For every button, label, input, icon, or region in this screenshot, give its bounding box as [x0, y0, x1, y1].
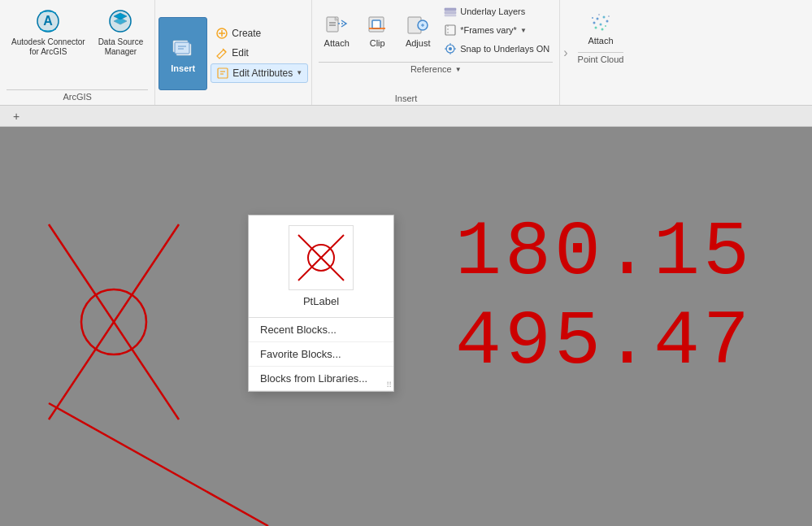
svg-rect-14 — [218, 68, 228, 78]
attach-button[interactable]: Attach — [319, 9, 354, 51]
recent-blocks-item[interactable]: Recent Blocks... — [249, 318, 393, 342]
create-button[interactable]: Create — [211, 24, 308, 42]
clip-label: Clip — [370, 38, 385, 48]
svg-text:180.15: 180.15 — [455, 209, 753, 297]
adjust-label: Adjust — [406, 38, 431, 48]
insert-big-button[interactable]: Insert — [158, 17, 207, 90]
svg-point-47 — [598, 14, 600, 15]
reference-label-text: Reference — [410, 64, 452, 74]
edit-attributes-chevron-icon: ▼ — [296, 69, 302, 76]
snap-underlays-button[interactable]: Snap to Underlays ON — [441, 41, 553, 57]
svg-point-43 — [595, 27, 597, 29]
edit-attributes-icon — [216, 67, 229, 80]
insert-dropdown-menu: PtLabel Recent Blocks... Favorite Blocks… — [248, 215, 394, 392]
tab-bar: + — [0, 106, 812, 127]
arcgis-buttons-row: A Autodesk Connectorfor ArcGIS Data Sour… — [7, 3, 148, 60]
insert-sub-buttons: Create Edit Edit Attributes ▼ — [211, 24, 308, 83]
svg-rect-29 — [445, 15, 456, 16]
svg-point-40 — [600, 24, 602, 26]
reference-section: Attach Clip Adjust — [312, 0, 560, 105]
svg-point-38 — [593, 22, 596, 24]
insert-section: Insert Create Edit — [155, 0, 312, 105]
clip-button[interactable]: Clip — [359, 9, 395, 51]
edit-icon — [215, 46, 228, 59]
underlay-layers-label: Underlay Layers — [460, 7, 525, 16]
dropdown-preview-area: PtLabel — [249, 215, 393, 318]
pointcloud-section-label: Point Cloud — [578, 52, 624, 66]
edit-button[interactable]: Edit — [211, 44, 308, 62]
drawing-layer: N: 180.15 E: 495.47 — [0, 127, 812, 526]
edit-attributes-label: Edit Attributes — [232, 67, 293, 79]
blocks-from-libraries-item[interactable]: Blocks from Libraries... — [249, 367, 393, 391]
data-source-manager-label: Data SourceManager — [98, 37, 144, 57]
expand-icon: › — [563, 46, 567, 60]
autodesk-connector-button[interactable]: A Autodesk Connectorfor ArcGIS — [7, 3, 90, 60]
snap-underlays-label: Snap to Underlays ON — [460, 44, 549, 54]
svg-rect-27 — [445, 8, 456, 11]
svg-point-46 — [605, 25, 606, 27]
reference-top-row: Attach Clip Adjust — [319, 3, 553, 57]
svg-point-45 — [592, 17, 593, 19]
ribbon: A Autodesk Connectorfor ArcGIS Data Sour… — [0, 0, 812, 106]
svg-point-48 — [608, 15, 610, 17]
data-source-manager-button[interactable]: Data SourceManager — [93, 3, 149, 60]
create-label: Create — [232, 28, 261, 39]
attach-icon — [323, 12, 350, 38]
adjust-icon — [405, 12, 431, 38]
insert-icon — [170, 34, 196, 60]
clip-icon — [364, 12, 390, 38]
preview-label: PtLabel — [303, 295, 339, 307]
attach-pointcloud-label: Attach — [588, 36, 613, 46]
adjust-button[interactable]: Adjust — [400, 9, 436, 51]
frames-vary-chevron-icon: ▼ — [520, 27, 527, 34]
svg-point-42 — [606, 20, 609, 23]
frames-vary-button[interactable]: *Frames vary* ▼ — [441, 22, 553, 38]
svg-point-33 — [449, 47, 452, 50]
attach-label: Attach — [324, 38, 350, 48]
autodesk-connector-label: Autodesk Connectorfor ArcGIS — [11, 37, 85, 57]
svg-point-41 — [603, 16, 606, 19]
frames-vary-icon — [444, 24, 457, 37]
underlay-layers-button[interactable]: Underlay Layers — [441, 3, 553, 20]
reference-section-label: Reference ▼ — [319, 62, 553, 76]
svg-text:A: A — [44, 14, 54, 28]
attach-pointcloud-button[interactable]: Attach — [581, 3, 620, 49]
section-expand: › — [560, 0, 571, 105]
svg-text:495.47: 495.47 — [455, 298, 753, 386]
reference-section-chevron-icon: ▼ — [455, 66, 462, 73]
reference-right-buttons: Underlay Layers *Frames vary* ▼ — [441, 3, 553, 57]
svg-rect-7 — [175, 42, 189, 54]
autodesk-connector-icon: A — [33, 7, 63, 36]
frames-vary-label: *Frames vary* — [460, 25, 517, 35]
block-preview — [289, 225, 354, 290]
block-preview-image — [292, 228, 350, 287]
svg-point-44 — [601, 28, 604, 31]
insert-button-label: Insert — [171, 63, 195, 73]
pointcloud-icon — [586, 7, 615, 36]
add-tab-button[interactable]: + — [7, 108, 26, 124]
pointcloud-section: Attach Point Cloud — [571, 0, 631, 105]
favorite-blocks-item[interactable]: Favorite Blocks... — [249, 342, 393, 367]
create-icon — [215, 27, 228, 40]
svg-rect-28 — [445, 11, 456, 14]
edit-attributes-button[interactable]: Edit Attributes ▼ — [211, 63, 308, 83]
edit-label: Edit — [232, 47, 249, 59]
insert-section-label: Insert — [0, 93, 812, 103]
resize-handle-icon: ⠿ — [386, 380, 392, 389]
svg-rect-21 — [372, 20, 380, 28]
arcgis-section: A Autodesk Connectorfor ArcGIS Data Sour… — [0, 0, 155, 105]
svg-line-56 — [49, 403, 268, 526]
svg-point-39 — [597, 18, 599, 20]
data-source-manager-icon — [106, 7, 135, 36]
canvas-area: N: 180.15 E: 495.47 PtL — [0, 127, 812, 526]
add-tab-icon: + — [13, 110, 20, 123]
underlay-layers-icon — [444, 5, 457, 18]
svg-rect-30 — [445, 25, 455, 35]
snap-underlays-icon — [444, 42, 457, 55]
